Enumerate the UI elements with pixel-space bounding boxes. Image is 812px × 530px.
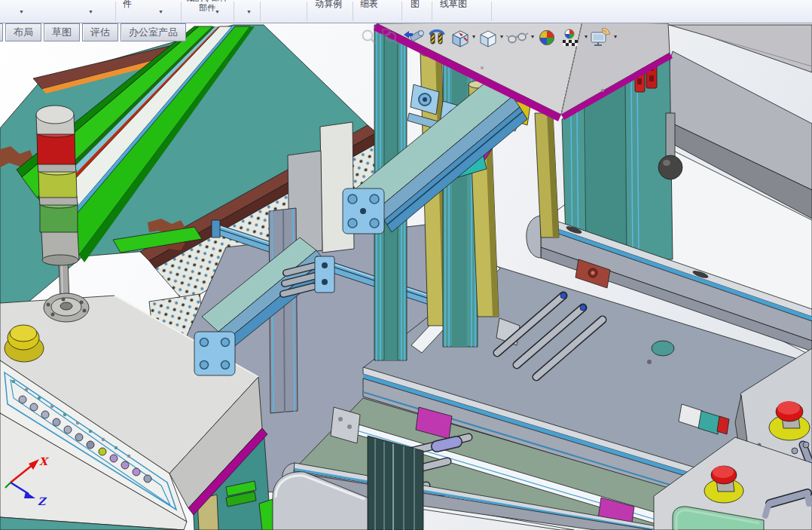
zoom-to-area-icon[interactable] (381, 27, 401, 50)
view-orientation-icon[interactable] (449, 27, 472, 50)
motion-study-button[interactable]: 动算例 (315, 0, 342, 11)
dropdown-caret[interactable]: ▼ (88, 9, 93, 14)
ribbon-bar: 件 藏的零部件 部件 动算例 细表 图 线草图 ▼ ▼ ▼ ▼ ▼ (0, 0, 812, 23)
dropdown-caret[interactable]: ▼ (158, 9, 163, 14)
separator (260, 2, 261, 21)
view-settings-icon[interactable] (589, 27, 613, 50)
dropdown-caret[interactable]: ▾ (531, 33, 534, 40)
tab-sketch[interactable]: 草图 (44, 23, 80, 41)
dropdown-caret[interactable]: ▼ (19, 9, 24, 14)
zoom-to-fit-icon[interactable] (360, 27, 380, 50)
tab-office-products[interactable]: 办公室产品 (121, 23, 186, 41)
separator (353, 2, 353, 21)
separator (181, 2, 182, 21)
hide-show-items-icon[interactable] (505, 27, 530, 50)
apply-scene-icon[interactable] (560, 27, 584, 50)
show-hidden-components-button[interactable]: 藏的零部件 部件 (179, 0, 235, 13)
command-manager-tabs: 装配体 布局 草图 评估 办公室产品 (0, 23, 188, 43)
tab-evaluate[interactable]: 评估 (82, 23, 118, 41)
bed-hole (652, 341, 674, 356)
dropdown-caret[interactable]: ▼ (215, 9, 220, 14)
ribbon-button-partial[interactable]: 件 (123, 0, 132, 11)
button-label: 部件 (179, 3, 235, 13)
tab-layout[interactable]: 布局 (5, 23, 41, 41)
dropdown-caret[interactable]: ▾ (614, 33, 617, 40)
dropdown-caret[interactable]: ▾ (585, 33, 588, 40)
separator (115, 2, 116, 21)
signal-tower-lamp[interactable] (36, 106, 79, 265)
bom-button[interactable]: 细表 (360, 0, 378, 11)
heads-up-view-toolbar: ▾ ▾ ▾ (359, 27, 618, 50)
knob-arm (666, 113, 675, 157)
solidworks-window: .e{stroke:#1c1c1c;stroke-width:.8;} .ns{… (0, 0, 812, 530)
tab-assembly-partial[interactable]: 装配体 (0, 23, 3, 41)
extrusion-end-face (194, 332, 235, 375)
3d-viewport[interactable]: .e{stroke:#1c1c1c;stroke-width:.8;} .ns{… (0, 0, 812, 530)
knob[interactable] (658, 155, 682, 179)
line-sketch-button[interactable]: 线草图 (440, 0, 467, 11)
drawing-button[interactable]: 图 (411, 0, 420, 11)
display-style-icon[interactable] (477, 27, 499, 50)
section-view-icon[interactable] (426, 27, 447, 50)
separator (234, 2, 234, 21)
dropdown-caret[interactable]: ▼ (246, 9, 252, 14)
separator (307, 2, 307, 21)
previous-view-icon[interactable] (402, 27, 425, 50)
separator (432, 2, 432, 21)
dropdown-caret[interactable]: ▾ (500, 33, 503, 40)
separator (491, 2, 492, 21)
dropdown-caret[interactable]: ▾ (472, 33, 475, 40)
edit-appearance-icon[interactable] (536, 27, 558, 50)
separator (401, 2, 402, 21)
checker-strip (563, 40, 578, 46)
